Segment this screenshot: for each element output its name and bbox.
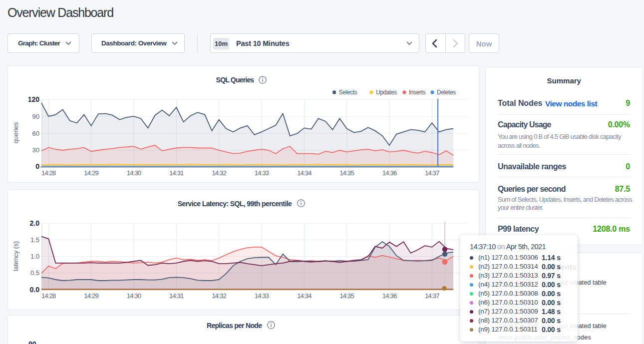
svg-text:14:33: 14:33	[255, 169, 269, 177]
svg-text:14:28: 14:28	[41, 292, 56, 300]
svg-text:90: 90	[32, 113, 39, 120]
svg-text:14:34: 14:34	[297, 169, 312, 177]
svg-text:14:31: 14:31	[169, 292, 184, 300]
svg-text:14:29: 14:29	[84, 169, 98, 177]
svg-text:14:30: 14:30	[127, 292, 141, 300]
svg-text:Inserts: Inserts	[409, 89, 426, 96]
svg-text:30: 30	[32, 146, 39, 154]
svg-text:latency (s): latency (s)	[12, 241, 19, 271]
svg-text:0.0: 0.0	[30, 286, 40, 294]
svg-text:Deletes: Deletes	[437, 89, 456, 96]
svg-text:14:36: 14:36	[382, 169, 397, 177]
svg-text:queries: queries	[12, 122, 19, 143]
svg-text:14:33: 14:33	[255, 292, 269, 300]
svg-text:14:37: 14:37	[425, 169, 439, 177]
svg-text:14:30: 14:30	[127, 169, 141, 177]
svg-text:0.5: 0.5	[30, 269, 39, 277]
svg-text:14:29: 14:29	[84, 292, 98, 300]
svg-text:14:34: 14:34	[297, 292, 312, 300]
svg-text:14:36: 14:36	[382, 292, 397, 300]
svg-text:1.5: 1.5	[30, 236, 39, 244]
svg-text:14:37: 14:37	[425, 292, 439, 300]
svg-text:Updates: Updates	[376, 89, 397, 96]
svg-text:14:35: 14:35	[339, 169, 354, 177]
svg-text:14:28: 14:28	[41, 169, 56, 177]
svg-text:120: 120	[28, 95, 40, 103]
svg-text:0: 0	[35, 162, 39, 170]
svg-text:14:32: 14:32	[212, 292, 226, 300]
svg-text:1.0: 1.0	[30, 253, 39, 260]
svg-text:14:35: 14:35	[339, 292, 354, 300]
svg-text:2.0: 2.0	[30, 219, 40, 227]
svg-text:14:32: 14:32	[212, 169, 226, 177]
svg-text:14:31: 14:31	[169, 169, 184, 177]
svg-text:60: 60	[32, 130, 39, 137]
svg-text:Selects: Selects	[339, 89, 357, 96]
